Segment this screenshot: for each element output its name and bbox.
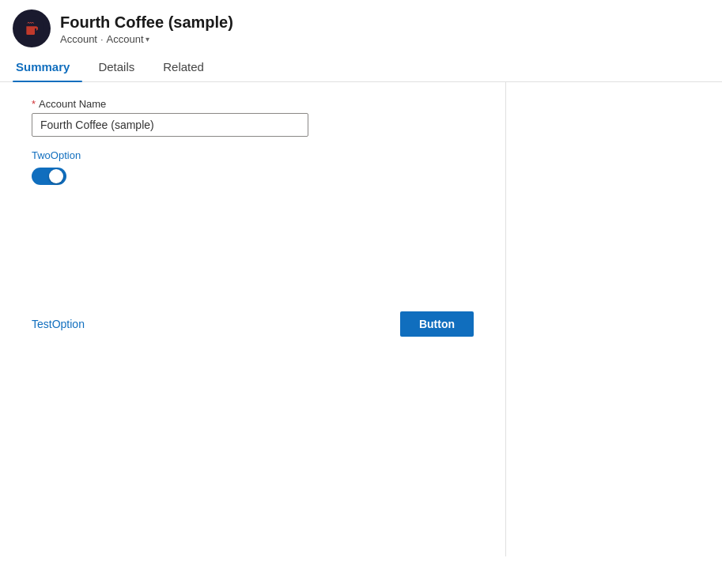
tab-bar: Summary Details Related [0, 54, 722, 82]
toggle-track [32, 168, 66, 185]
page-header: Fourth Coffee (sample) Account · Account… [0, 0, 722, 54]
two-option-field-group: TwoOption [32, 149, 474, 185]
tab-summary[interactable]: Summary [13, 54, 82, 81]
account-name-label: * Account Name [32, 98, 474, 110]
tab-related[interactable]: Related [160, 54, 217, 81]
required-indicator: * [32, 98, 36, 110]
content-panel: * Account Name TwoOption TestOption Butt… [0, 82, 506, 556]
breadcrumb-dropdown[interactable]: Account ▾ [107, 33, 149, 45]
account-name-field-group: * Account Name [32, 98, 474, 137]
action-button[interactable]: Button [400, 311, 474, 337]
right-panel [506, 82, 722, 556]
two-option-label: TwoOption [32, 149, 474, 161]
tab-details[interactable]: Details [95, 54, 147, 81]
account-name-input[interactable] [32, 113, 308, 137]
toggle-thumb [49, 169, 63, 183]
avatar [13, 9, 51, 47]
form-section: * Account Name TwoOption [0, 98, 505, 185]
header-subtitle: Account · Account ▾ [60, 33, 233, 45]
test-option-label[interactable]: TestOption [32, 318, 85, 330]
chevron-down-icon: ▾ [146, 35, 149, 43]
two-option-toggle[interactable] [32, 168, 66, 185]
button-area: TestOption Button [0, 311, 505, 337]
breadcrumb-type[interactable]: Account [60, 33, 97, 45]
page-title: Fourth Coffee (sample) [60, 13, 233, 32]
breadcrumb-separator: · [100, 33, 104, 45]
main-content: * Account Name TwoOption TestOption Butt… [0, 82, 722, 556]
header-text: Fourth Coffee (sample) Account · Account… [60, 13, 233, 45]
